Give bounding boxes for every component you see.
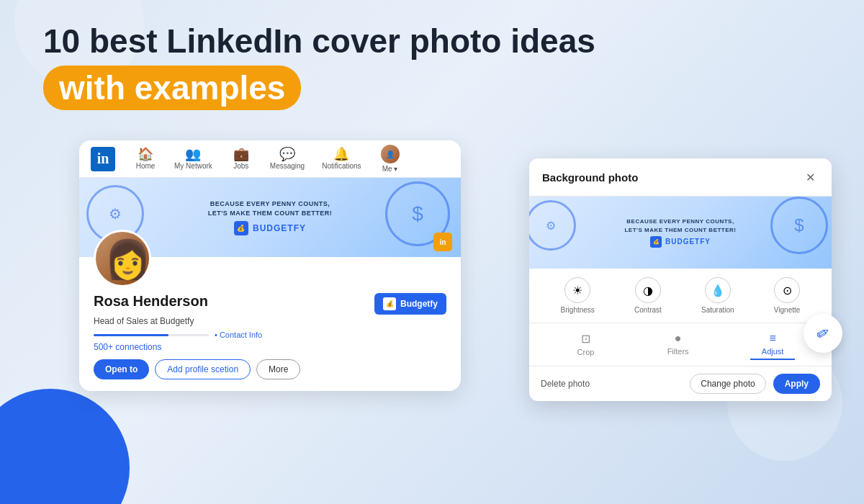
notifications-icon: 🔔	[333, 148, 349, 161]
nav-avatar: 👤	[381, 145, 400, 163]
profile-avatar	[94, 230, 151, 287]
profile-name: Rosa Henderson	[94, 293, 208, 310]
tab-filters-label: Filters	[667, 347, 689, 356]
page-title-line1: 10 best LinkedIn cover photo ideas	[43, 22, 821, 61]
company-badge-icon: 💰	[383, 297, 396, 310]
progress-row: • Contact Info	[94, 330, 446, 339]
nav-item-messaging[interactable]: 💬 Messaging	[263, 145, 312, 173]
name-row: Rosa Henderson 💰 Budgetfy	[94, 293, 446, 315]
panel-header: Background photo ✕	[529, 158, 832, 197]
progress-fill	[94, 334, 168, 336]
avatar-wrapper	[94, 230, 446, 287]
vignette-control[interactable]: ⊙ Vignette	[774, 277, 801, 314]
tab-filters[interactable]: ● Filters	[656, 329, 701, 360]
saturation-icon: 💧	[711, 284, 725, 297]
connections-count: 500+ connections	[94, 342, 446, 352]
nav-label-notifications: Notifications	[322, 162, 361, 170]
nav-item-home[interactable]: 🏠 Home	[127, 145, 164, 173]
linkedin-logo: in	[91, 147, 115, 171]
panel-coin-right: $	[770, 197, 828, 254]
nav-label-network: My Network	[174, 162, 212, 170]
saturation-control[interactable]: 💧 Saturation	[701, 277, 734, 314]
more-button[interactable]: More	[256, 359, 300, 379]
profile-headline: Head of Sales at Budgetfy	[94, 316, 446, 326]
adjust-icon: ≡	[769, 332, 775, 345]
nav-label-home: Home	[136, 162, 156, 170]
profile-actions: Open to Add profile scetion More	[94, 359, 446, 379]
panel-footer-actions: Change photo Apply	[690, 374, 820, 394]
linkedin-nav: in 🏠 Home 👥 My Network 💼 Jobs 💬 Messagin…	[79, 140, 461, 178]
cover-brand: 💰 BUDGETFY	[208, 221, 333, 235]
crop-icon: ⊡	[581, 332, 590, 346]
contact-info-link[interactable]: • Contact Info	[215, 330, 262, 339]
brightness-icon: ☀	[572, 284, 582, 297]
nav-item-notifications[interactable]: 🔔 Notifications	[315, 145, 368, 173]
vignette-icon: ⊙	[783, 284, 792, 297]
progress-bar	[94, 334, 209, 336]
brightness-control[interactable]: ☀ Brightness	[561, 277, 595, 314]
cover-tagline: BECAUSE EVERY PENNY COUNTS, LET'S MAKE T…	[208, 199, 333, 217]
nav-label-messaging: Messaging	[270, 162, 305, 170]
panel-brand: 💰 BUDGETFY	[624, 236, 736, 248]
nav-items: 🏠 Home 👥 My Network 💼 Jobs 💬 Messaging 🔔…	[127, 142, 449, 176]
brightness-label: Brightness	[561, 306, 595, 314]
adjustment-controls: ☀ Brightness ◑ Contrast 💧 Saturation ⊙ V…	[529, 269, 832, 323]
background-photo-panel: Background photo ✕ ⚙ BECAUSE EVERY PENNY…	[529, 158, 832, 401]
panel-tabs: ⊡ Crop ● Filters ≡ Adjust	[529, 323, 832, 366]
tab-crop[interactable]: ⊡ Crop	[566, 329, 606, 360]
delete-photo-button[interactable]: Delete photo	[541, 379, 590, 389]
tab-crop-label: Crop	[577, 348, 595, 356]
network-icon: 👥	[185, 148, 201, 161]
panel-cover-content: BECAUSE EVERY PENNY COUNTS, LET'S MAKE T…	[624, 217, 736, 247]
panel-title: Background photo	[542, 171, 638, 184]
cover-content: BECAUSE EVERY PENNY COUNTS, LET'S MAKE T…	[208, 199, 333, 235]
tab-adjust[interactable]: ≡ Adjust	[750, 329, 796, 360]
filters-icon: ●	[675, 332, 682, 345]
messaging-icon: 💬	[279, 148, 295, 161]
panel-coin-left: ⚙	[529, 200, 576, 251]
profile-body: Rosa Henderson 💰 Budgetfy Head of Sales …	[79, 230, 461, 391]
saturation-label: Saturation	[701, 306, 734, 314]
company-badge[interactable]: 💰 Budgetfy	[374, 293, 446, 315]
bg-decoration-bl	[0, 389, 130, 504]
nav-label-me: Me ▾	[382, 165, 398, 173]
page-title-area: 10 best LinkedIn cover photo ideas with …	[43, 22, 821, 110]
panel-cover-preview: ⚙ BECAUSE EVERY PENNY COUNTS, LET'S MAKE…	[529, 197, 832, 269]
contrast-button[interactable]: ◑	[635, 277, 661, 303]
brightness-button[interactable]: ☀	[564, 277, 590, 303]
vignette-button[interactable]: ⊙	[774, 277, 800, 303]
change-photo-button[interactable]: Change photo	[690, 374, 765, 394]
add-profile-button[interactable]: Add profile scetion	[155, 359, 251, 379]
panel-tagline: BECAUSE EVERY PENNY COUNTS, LET'S MAKE T…	[624, 217, 736, 233]
tab-adjust-label: Adjust	[762, 347, 784, 356]
pencil-fab[interactable]: ✏	[804, 314, 842, 353]
nav-label-jobs: Jobs	[233, 162, 248, 170]
nav-item-network[interactable]: 👥 My Network	[167, 145, 220, 173]
contrast-label: Contrast	[634, 306, 662, 314]
pencil-icon: ✏	[813, 322, 834, 345]
linkedin-profile-card: in 🏠 Home 👥 My Network 💼 Jobs 💬 Messagin…	[79, 140, 461, 391]
name-section: Rosa Henderson	[94, 293, 208, 310]
nav-item-jobs[interactable]: 💼 Jobs	[222, 145, 260, 173]
jobs-icon: 💼	[233, 148, 249, 161]
nav-item-me[interactable]: 👤 Me ▾	[372, 142, 409, 176]
panel-close-button[interactable]: ✕	[801, 168, 819, 186]
panel-brand-name: BUDGETFY	[665, 238, 711, 246]
company-badge-name: Budgetfy	[400, 299, 438, 309]
open-to-button[interactable]: Open to	[94, 359, 149, 379]
vignette-label: Vignette	[774, 306, 801, 314]
page-title-line2: with examples	[43, 66, 301, 110]
brand-icon: 💰	[234, 221, 248, 235]
brand-name: BUDGETFY	[253, 223, 306, 233]
panel-brand-icon: 💰	[650, 236, 662, 248]
home-icon: 🏠	[138, 148, 153, 161]
contrast-control[interactable]: ◑ Contrast	[634, 277, 662, 314]
panel-footer: Delete photo Change photo Apply	[529, 366, 832, 401]
contrast-icon: ◑	[643, 284, 653, 297]
saturation-button[interactable]: 💧	[705, 277, 731, 303]
apply-button[interactable]: Apply	[773, 374, 820, 394]
